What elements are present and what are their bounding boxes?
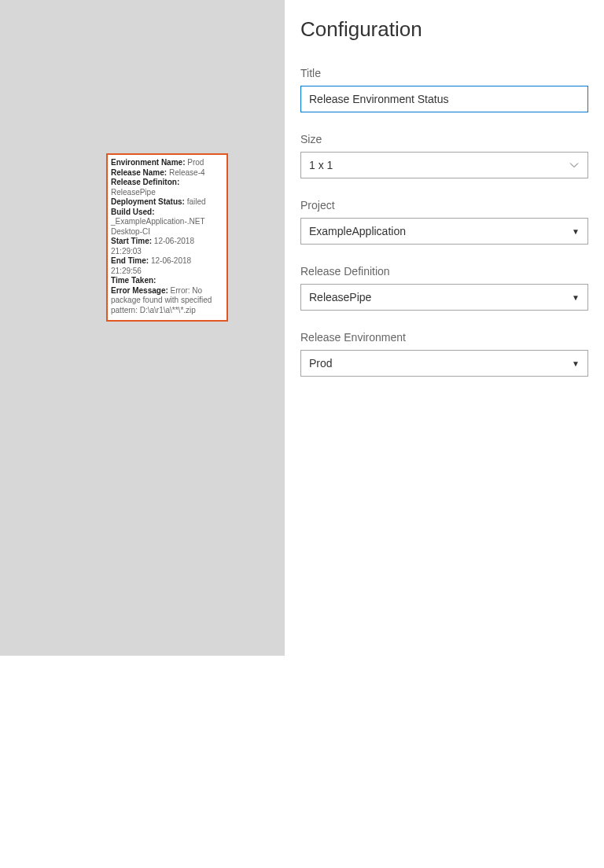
field-project: Project ExampleApplication ▼ (300, 199, 588, 245)
field-size: Size 1 x 1 (300, 133, 588, 178)
tile-row-env: Environment Name: Prod (111, 158, 223, 168)
preview-pane: Environment Name: Prod Release Name: Rel… (0, 0, 285, 656)
field-title: Title (300, 67, 588, 112)
status-tile: Environment Name: Prod Release Name: Rel… (106, 153, 228, 322)
field-release-definition: Release Definition ReleasePipe ▼ (300, 265, 588, 311)
tile-row-release-def: Release Definiton: ReleasePipe (111, 178, 223, 197)
release-definition-label: Release Definition (300, 265, 588, 278)
caret-down-icon: ▼ (572, 227, 580, 236)
release-definition-select[interactable]: ReleasePipe ▼ (300, 284, 588, 311)
release-environment-label: Release Environment (300, 331, 588, 344)
release-environment-select[interactable]: Prod ▼ (300, 350, 588, 377)
field-release-environment: Release Environment Prod ▼ (300, 331, 588, 377)
tile-row-release-name: Release Name: Release-4 (111, 168, 223, 178)
tile-row-deploy-status: Deployment Status: failed (111, 197, 223, 208)
tile-row-end-time: End Time: 12-06-2018 21:29:56 (111, 256, 223, 276)
caret-down-icon: ▼ (572, 359, 580, 368)
config-pane: Configuration Title Size 1 x 1 Project E… (285, 0, 604, 868)
page-title: Configuration (300, 17, 588, 42)
size-select[interactable]: 1 x 1 (300, 152, 588, 178)
chevron-down-icon (569, 160, 580, 171)
project-select-value: ExampleApplication (309, 225, 406, 237)
project-select[interactable]: ExampleApplication ▼ (300, 218, 588, 245)
tile-row-time-taken: Time Taken: (111, 276, 223, 286)
size-label: Size (300, 133, 588, 145)
caret-down-icon: ▼ (572, 293, 580, 302)
tile-row-error: Error Message: Error: No package found w… (111, 286, 223, 316)
tile-row-start-time: Start Time: 12-06-2018 21:29:03 (111, 237, 223, 256)
size-select-value: 1 x 1 (309, 159, 333, 171)
title-input[interactable] (300, 86, 588, 112)
title-label: Title (300, 67, 588, 79)
project-label: Project (300, 199, 588, 211)
release-definition-select-value: ReleasePipe (309, 291, 371, 303)
tile-row-build-used: Build Used: _ExampleApplication-.NET Des… (111, 208, 223, 237)
release-environment-select-value: Prod (309, 357, 333, 370)
